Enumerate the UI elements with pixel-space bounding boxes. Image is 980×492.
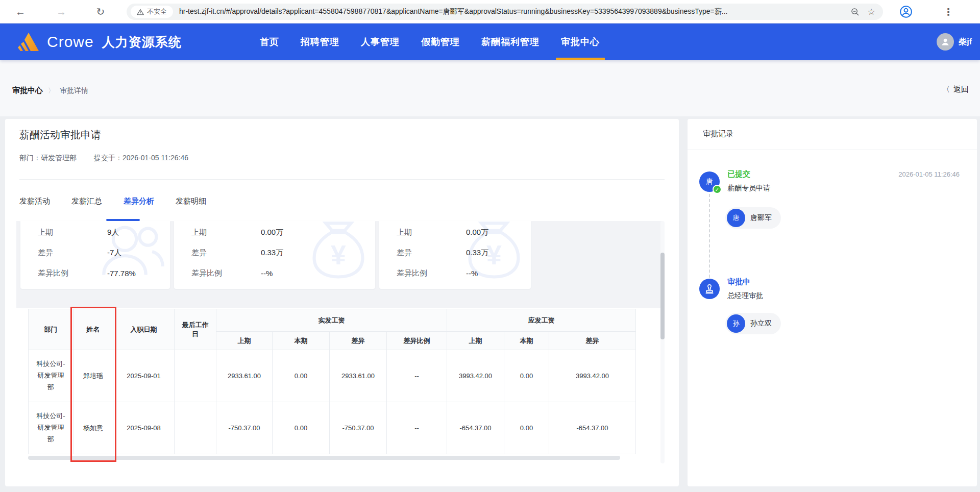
vertical-scrollbar-thumb[interactable] — [660, 253, 665, 339]
nav-item-compensation[interactable]: 薪酬福利管理 — [479, 23, 542, 60]
tab-pay-activity[interactable]: 发薪活动 — [19, 196, 50, 206]
stat-label: 上期 — [191, 228, 261, 237]
stat-label: 差异 — [191, 248, 261, 258]
cell-sf-ratio: -- — [387, 350, 447, 402]
back-button[interactable]: 〈 返回 — [942, 85, 969, 94]
stat-row: 差异0.33万 — [174, 242, 375, 263]
chevron-left-icon: 〈 — [942, 85, 950, 94]
salary-diff-table: 部门 姓名 入职日期 最后工作日 实发工资 应发工资 上期 本期 差异 差异比例… — [28, 309, 636, 454]
address-bar[interactable]: 不安全 hr-test.zjf-it.cn/#/approval/details… — [127, 4, 883, 20]
tab-diff-analysis[interactable]: 差异分析 — [124, 196, 154, 206]
cell-name: 杨如意 — [74, 402, 113, 454]
stat-card-shifa: ¥ 上期0.00万 差异0.33万 差异比例--% — [174, 221, 375, 289]
browser-forward-icon[interactable]: → — [53, 3, 70, 20]
security-label: 不安全 — [147, 7, 167, 16]
approval-detail-card: 薪酬活动审批申请 部门：研发管理部 提交于：2026-01-05 11:26:4… — [5, 119, 679, 486]
step1-status: 已提交 — [727, 169, 750, 179]
sub-header-sf-diff: 差异 — [330, 332, 387, 350]
cell-sf-cur: 0.00 — [273, 402, 330, 454]
step1-person-pill: 唐 唐郦军 — [725, 207, 781, 229]
stat-label: 差异 — [397, 248, 466, 258]
sub-header-sf-prev: 上期 — [216, 332, 273, 350]
stat-row: 上期9人 — [20, 222, 170, 242]
stat-value: -7人 — [107, 248, 121, 258]
brand-logo[interactable]: Crowe 人力资源系统 — [15, 32, 182, 52]
chevron-right-icon: 〉 — [48, 86, 55, 95]
cell-yf-cur: 0.00 — [504, 402, 549, 454]
cell-yf-prev: -654.37.00 — [447, 402, 504, 454]
stat-value: 0.00万 — [261, 228, 283, 237]
breadcrumb-bar: 审批中心 〉 审批详情 〈 返回 — [0, 60, 980, 116]
divider — [19, 179, 665, 180]
approval-record-title: 审批记录 — [703, 129, 733, 139]
nav-item-recruit[interactable]: 招聘管理 — [299, 23, 341, 60]
page-title: 薪酬活动审批申请 — [19, 128, 101, 142]
nav-item-home[interactable]: 首页 — [258, 23, 281, 60]
user-menu[interactable]: 柴jf — [937, 23, 972, 60]
table-row: 科技公司-研发管理部 杨如意 2025-09-08 -750.37.00 0.0… — [29, 402, 636, 454]
approval-record-panel: 审批记录 唐 ✓ 已提交 2026-01-05 11:26:46 薪酬专员申请 … — [688, 119, 977, 486]
cell-yf-diff: -654.37.00 — [549, 402, 636, 454]
back-label: 返回 — [953, 85, 969, 94]
cell-sf-diff: 2933.61.00 — [330, 350, 387, 402]
meta-department: 部门：研发管理部 — [19, 154, 77, 163]
zoom-magnifier-icon[interactable] — [848, 5, 862, 18]
stat-card-headcount: 上期9人 差异-7人 差异比例-77.78% — [20, 221, 170, 289]
stat-label: 上期 — [38, 228, 107, 237]
user-name: 柴jf — [959, 37, 972, 47]
step2-node-name: 总经理审批 — [727, 291, 763, 301]
check-badge-icon: ✓ — [713, 185, 722, 194]
cell-dept: 科技公司-研发管理部 — [29, 350, 74, 402]
cell-dept: 科技公司-研发管理部 — [29, 402, 74, 454]
browser-back-icon[interactable]: ← — [12, 3, 29, 20]
stat-row: 上期0.00万 — [379, 222, 531, 242]
tab-pay-detail[interactable]: 发薪明细 — [176, 196, 206, 206]
browser-toolbar: ← → ↻ 不安全 hr-test.zjf-it.cn/#/approval/d… — [0, 0, 980, 23]
stat-value: 9人 — [107, 228, 119, 237]
stat-row: 差异-7人 — [20, 242, 170, 263]
avatar-initial: 唐 — [706, 177, 713, 186]
security-chip[interactable]: 不安全 — [131, 6, 173, 18]
crowe-logo-icon — [15, 32, 40, 52]
col-header-dept: 部门 — [29, 309, 74, 350]
stat-row: 差异比例--% — [379, 263, 531, 283]
browser-refresh-icon[interactable]: ↻ — [92, 3, 109, 20]
cell-sf-diff: -750.37.00 — [330, 402, 387, 454]
step2-node — [699, 279, 720, 299]
brand-name: Crowe — [47, 33, 94, 51]
col-header-name: 姓名 — [74, 309, 113, 350]
top-nav: 首页 招聘管理 人事管理 假勤管理 薪酬福利管理 审批中心 — [258, 23, 602, 60]
cell-sf-prev: -750.37.00 — [216, 402, 273, 454]
cell-hire-date: 2025-09-08 — [113, 402, 175, 454]
stat-value: --% — [261, 269, 273, 278]
nav-item-approval-center[interactable]: 审批中心 — [559, 23, 602, 60]
detail-tabs: 发薪活动 发薪汇总 差异分析 发薪明细 — [19, 196, 206, 206]
cell-name: 郑培瑶 — [74, 350, 113, 402]
stat-value: 0.33万 — [261, 248, 283, 258]
cell-yf-cur: 0.00 — [504, 350, 549, 402]
nav-item-attendance[interactable]: 假勤管理 — [419, 23, 462, 60]
profile-icon[interactable] — [898, 4, 914, 19]
app-header: Crowe 人力资源系统 首页 招聘管理 人事管理 假勤管理 薪酬福利管理 审批… — [0, 23, 980, 60]
avatar-initial: 唐 — [733, 213, 740, 223]
stat-row: 差异0.33万 — [379, 242, 531, 263]
tab-pay-summary[interactable]: 发薪汇总 — [71, 196, 102, 206]
browser-menu-dots-icon[interactable]: ⋮ — [941, 4, 956, 19]
stat-row: 上期0.00万 — [174, 222, 375, 242]
sub-header-yf-prev: 上期 — [447, 332, 504, 350]
stat-value: 0.00万 — [466, 228, 488, 237]
sub-header-sf-ratio: 差异比例 — [387, 332, 447, 350]
stat-row: 差异比例-77.78% — [20, 263, 170, 283]
breadcrumb-current: 审批详情 — [60, 86, 88, 95]
bookmark-star-icon[interactable]: ☆ — [865, 5, 878, 18]
nav-item-hr[interactable]: 人事管理 — [359, 23, 402, 60]
stat-label: 差异比例 — [397, 268, 466, 278]
url-text[interactable]: hr-test.zjf-it.cn/#/approval/details?app… — [179, 7, 845, 16]
cell-hire-date: 2025-09-01 — [113, 350, 175, 402]
system-name: 人力资源系统 — [102, 34, 182, 51]
col-header-hire-date: 入职日期 — [113, 309, 175, 350]
horizontal-scrollbar-thumb[interactable] — [28, 456, 620, 460]
breadcrumb-approval-center[interactable]: 审批中心 — [12, 86, 43, 95]
cell-last-work-day — [175, 350, 216, 402]
person-avatar: 唐 — [727, 209, 745, 227]
